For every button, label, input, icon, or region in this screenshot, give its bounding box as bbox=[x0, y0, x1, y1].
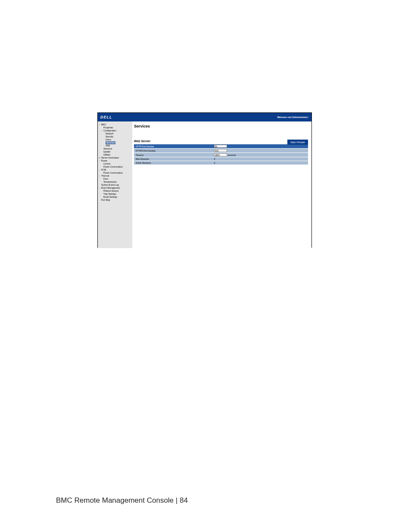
apply-changes-button[interactable]: Apply Changes bbox=[287, 140, 308, 145]
sidebar-item-label: Users bbox=[106, 138, 111, 141]
page-footer: BMC Remote Management Console | 84 bbox=[56, 496, 188, 505]
sidebar-item-system-event-log[interactable]: System Event Log bbox=[99, 184, 131, 187]
unit-label: seconds bbox=[228, 154, 236, 156]
sidebar-item-network[interactable]: Network bbox=[103, 132, 131, 135]
sidebar-item-label: Server Information bbox=[101, 156, 119, 159]
sidebar-item-thermal[interactable]: -Thermal bbox=[99, 174, 131, 177]
sidebar-item-label: Port Map bbox=[101, 199, 110, 201]
sidebar-item-label: Network bbox=[106, 132, 113, 135]
sidebar-item-label: Update bbox=[103, 150, 110, 153]
sidebar-item-update[interactable]: Update bbox=[101, 150, 131, 153]
sidebar-item-users[interactable]: Users bbox=[103, 138, 131, 141]
sidebar-item-control[interactable]: Control bbox=[101, 162, 131, 165]
main-content: Services Apply Changes Web Server HTTP P… bbox=[132, 121, 311, 248]
sidebar-item-configuration[interactable]: -Configuration bbox=[101, 129, 131, 132]
sidebar-item-label: Fans bbox=[103, 177, 108, 180]
row-label: HTTP Port Number bbox=[134, 144, 212, 149]
bmc-console-screenshot: DELL Welcome root (Administrator) : -BMC… bbox=[97, 112, 312, 248]
sidebar-item-label: Security bbox=[106, 135, 113, 138]
table-row: Timeoutseconds bbox=[134, 153, 308, 157]
sidebar-item-pcie[interactable]: -PCIE bbox=[99, 168, 131, 171]
sidebar-item-power[interactable]: -Power bbox=[99, 159, 131, 162]
sidebar-item-label: Services bbox=[106, 141, 115, 144]
sidebar-item-label: Thermal bbox=[101, 174, 109, 177]
sidebar-item-label: Utilities bbox=[103, 153, 110, 156]
sidebar-item-utilities[interactable]: Utilities bbox=[101, 153, 131, 156]
http-port-number-input[interactable] bbox=[214, 145, 227, 148]
sidebar-item-label: Sessions bbox=[103, 147, 112, 150]
sidebar-item-server-information[interactable]: +Server Information bbox=[99, 156, 131, 159]
sidebar-item-event-management[interactable]: -Event Management bbox=[99, 187, 131, 190]
row-value: 5 bbox=[212, 157, 308, 161]
row-label: Active Sessions bbox=[134, 161, 212, 165]
dell-logo: DELL bbox=[100, 115, 112, 119]
topbar: DELL Welcome root (Administrator) : bbox=[98, 113, 311, 121]
sidebar-item-label: Temperatures bbox=[103, 180, 117, 183]
sidebar-item-label: Platform Events bbox=[103, 190, 118, 192]
row-value: seconds bbox=[212, 153, 308, 157]
table-row: Max Sessions5 bbox=[134, 157, 308, 161]
sidebar-item-bmc[interactable]: -BMC bbox=[99, 123, 131, 126]
sidebar-item-label: Properties bbox=[103, 126, 113, 129]
table-row: HTTPS Port Number bbox=[134, 149, 308, 153]
sidebar-item-label: Power bbox=[101, 159, 107, 162]
https-port-number-input[interactable] bbox=[214, 149, 227, 152]
row-label: Timeout bbox=[134, 153, 212, 157]
sidebar-item-platform-events[interactable]: Platform Events bbox=[101, 190, 131, 193]
sidebar-item-label: Configuration bbox=[103, 129, 116, 132]
sidebar-item-power-consumption[interactable]: Power Consumption bbox=[101, 171, 131, 174]
sidebar-item-email-settings[interactable]: Email Settings bbox=[101, 196, 131, 199]
sidebar-item-port-map[interactable]: Port Map bbox=[99, 199, 131, 202]
sidebar-item-label: BMC bbox=[101, 123, 106, 126]
sidebar-item-power-consumption[interactable]: Power Consumption bbox=[101, 165, 131, 168]
sidebar-item-label: Power Consumption bbox=[103, 165, 123, 168]
page-title: Services bbox=[134, 124, 308, 128]
section-heading: Web Server bbox=[134, 140, 308, 143]
sidebar-item-trap-settings[interactable]: Trap Settings bbox=[101, 193, 131, 196]
sidebar-item-label: Power Consumption bbox=[103, 171, 123, 174]
row-label: HTTPS Port Number bbox=[134, 149, 212, 153]
sidebar-item-services[interactable]: Services bbox=[103, 141, 131, 144]
sidebar-item-label: IPMI bbox=[106, 144, 110, 147]
settings-table: HTTP Port NumberHTTPS Port NumberTimeout… bbox=[134, 144, 308, 165]
sidebar-item-label: Control bbox=[103, 162, 110, 165]
table-row: Active Sessions2 bbox=[134, 161, 308, 165]
row-label: Max Sessions bbox=[134, 157, 212, 161]
sidebar-item-label: PCIE bbox=[101, 168, 106, 171]
sidebar-item-temperatures[interactable]: Temperatures bbox=[101, 180, 131, 184]
sidebar-item-label: Trap Settings bbox=[103, 193, 116, 195]
row-value: 2 bbox=[212, 161, 308, 165]
row-value bbox=[212, 144, 308, 149]
sidebar-item-sessions[interactable]: Sessions bbox=[101, 147, 131, 150]
sidebar-item-label: Email Settings bbox=[103, 196, 117, 198]
sidebar-item-security[interactable]: Security bbox=[103, 135, 131, 138]
sidebar-item-label: Event Management bbox=[101, 187, 120, 189]
row-value bbox=[212, 149, 308, 153]
timeout-input[interactable] bbox=[214, 153, 227, 156]
welcome-text: Welcome root (Administrator) : bbox=[277, 116, 309, 118]
sidebar-item-properties[interactable]: Properties bbox=[101, 126, 131, 129]
nav-sidebar: -BMCProperties-ConfigurationNetworkSecur… bbox=[98, 121, 132, 248]
sidebar-item-fans[interactable]: Fans bbox=[101, 177, 131, 180]
sidebar-item-label: System Event Log bbox=[101, 184, 119, 186]
table-row: HTTP Port Number bbox=[134, 144, 308, 149]
sidebar-item-ipmi[interactable]: IPMI bbox=[103, 144, 131, 147]
